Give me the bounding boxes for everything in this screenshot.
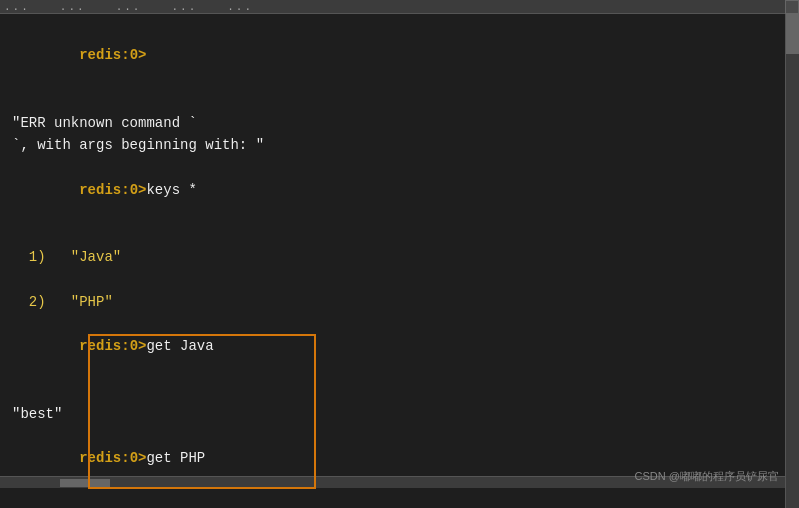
watermark: CSDN @嘟嘟的程序员铲尿官	[635, 469, 779, 484]
line-keys-1: redis:0>keys *	[12, 156, 773, 223]
line-best: "best"	[12, 403, 773, 425]
scrollbar-thumb[interactable]	[786, 14, 799, 54]
line-get-java: redis:0>get Java	[12, 313, 773, 380]
line-php: 2) "PHP"	[12, 291, 773, 313]
top-bar: ... ... ... ... ...	[0, 0, 799, 14]
terminal-container: redis:0> "ERR unknown command ` `, with …	[0, 14, 799, 508]
terminal-content: redis:0> "ERR unknown command ` `, with …	[0, 14, 785, 508]
line-blank-1	[12, 89, 773, 111]
scrollbar-corner[interactable]	[785, 0, 799, 14]
line-blank-2	[12, 224, 773, 246]
line-prompt-1: redis:0>	[12, 22, 773, 89]
line-err-1: "ERR unknown command `	[12, 112, 773, 134]
line-err-2: `, with args beginning with: "	[12, 134, 773, 156]
scrollbar-bottom-thumb[interactable]	[60, 479, 110, 487]
scrollbar-right[interactable]	[785, 14, 799, 508]
top-bar-dots: ... ... ... ... ...	[4, 1, 253, 13]
line-blank-5	[12, 492, 773, 508]
line-java: 1) "Java"	[12, 246, 773, 268]
line-blank-3	[12, 268, 773, 290]
line-blank-4	[12, 380, 773, 402]
